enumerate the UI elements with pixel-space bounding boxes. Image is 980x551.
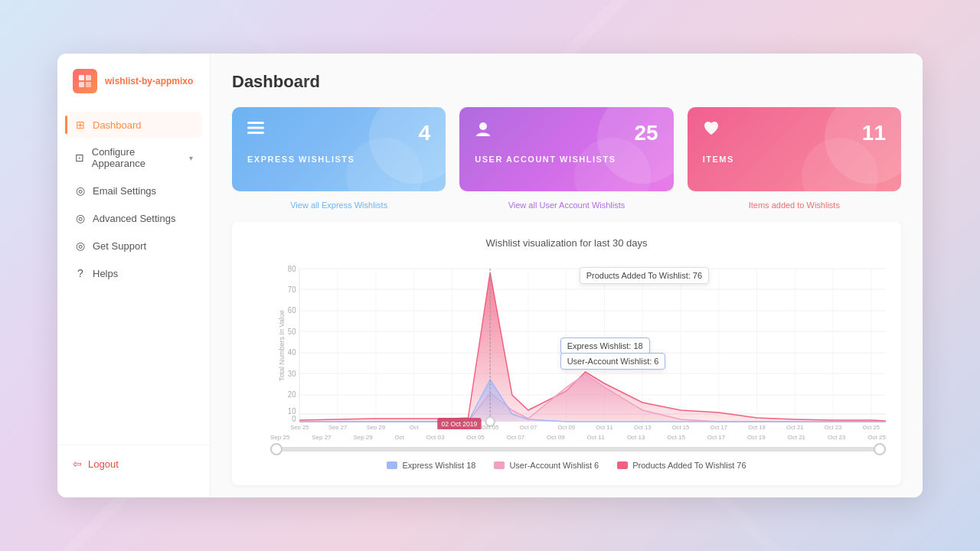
sidebar-item-email[interactable]: ◎ Email Settings (65, 178, 202, 204)
sidebar-item-support[interactable]: ◎ Get Support (65, 233, 202, 259)
configure-icon: ⊡ (74, 152, 86, 164)
logout-button[interactable]: ⇦ Logout (73, 458, 194, 470)
card-top-express: 4 (247, 121, 430, 145)
logout-label: Logout (88, 458, 119, 470)
svg-text:Oct 19: Oct 19 (748, 424, 766, 429)
main-content: Dashboard 4 EXPRESS WISHLISTS (211, 54, 923, 497)
user-label: USER ACCOUNT WISHLISTS (475, 155, 658, 164)
nav-label-email: Email Settings (93, 185, 156, 197)
chart-section: Wishlist visualization for last 30 days … (232, 222, 901, 485)
helps-icon: ? (74, 267, 87, 279)
scrollbar-handle-right[interactable] (874, 443, 886, 455)
legend-item-products: Products Added To Wishlist 76 (617, 461, 746, 470)
items-link[interactable]: Items added to Wishlists (688, 201, 901, 210)
nav-label-dashboard: Dashboard (93, 119, 142, 131)
svg-rect-2 (79, 82, 84, 87)
svg-rect-3 (86, 82, 91, 87)
legend-dot-products (617, 461, 628, 469)
heart-icon (703, 121, 720, 140)
stat-card-items[interactable]: 11 ITEMS (688, 107, 901, 191)
svg-rect-6 (247, 132, 264, 134)
stat-card-user[interactable]: 25 USER ACCOUNT WISHLISTS (459, 107, 673, 191)
app-container: wishlist-by-appmixo ⊞ Dashboard ⊡ Config… (57, 54, 923, 497)
card-links-row: View all Express Wishlists View all User… (232, 197, 901, 210)
items-label: ITEMS (703, 155, 886, 164)
advanced-icon: ◎ (74, 212, 87, 224)
svg-rect-0 (79, 75, 84, 80)
sidebar-item-configure[interactable]: ⊡ Configure Appearance ▾ (65, 139, 202, 176)
svg-rect-5 (247, 127, 264, 129)
legend-label-products: Products Added To Wishlist 76 (632, 461, 746, 470)
sidebar: wishlist-by-appmixo ⊞ Dashboard ⊡ Config… (57, 54, 211, 497)
svg-text:Oct 17: Oct 17 (710, 424, 727, 429)
chart-legend: Express Wishlist 18 User-Account Wishlis… (247, 461, 886, 470)
svg-text:Oct 07: Oct 07 (520, 424, 537, 429)
svg-text:0: 0 (292, 415, 296, 423)
logout-icon: ⇦ (73, 458, 82, 470)
email-icon: ◎ (74, 184, 87, 197)
chart-scrollbar-container (247, 447, 886, 452)
chevron-down-icon: ▾ (189, 154, 193, 162)
logo-area: wishlist-by-appmixo (57, 69, 210, 112)
svg-text:Sep 27: Sep 27 (328, 424, 347, 429)
svg-text:30: 30 (288, 370, 296, 378)
express-link[interactable]: View all Express Wishlists (232, 201, 446, 210)
svg-text:50: 50 (288, 328, 296, 336)
sidebar-navigation: ⊞ Dashboard ⊡ Configure Appearance ▾ ◎ E… (57, 112, 210, 445)
svg-text:60: 60 (288, 306, 296, 315)
svg-rect-4 (247, 122, 264, 124)
svg-text:Oct 09: Oct 09 (557, 424, 575, 429)
svg-text:Oct 13: Oct 13 (634, 424, 652, 429)
dashboard-icon: ⊞ (74, 119, 87, 131)
page-title: Dashboard (232, 72, 901, 92)
express-count: 4 (419, 121, 431, 145)
chart-title: Wishlist visualization for last 30 days (247, 237, 886, 249)
svg-text:Oct 21: Oct 21 (786, 424, 804, 429)
support-icon: ◎ (74, 240, 87, 252)
card-top-user: 25 (475, 121, 658, 145)
menu-icon (247, 121, 264, 139)
user-count: 25 (635, 121, 658, 145)
sidebar-item-helps[interactable]: ? Helps (65, 260, 202, 286)
sidebar-footer: ⇦ Logout (57, 445, 210, 482)
stat-card-express[interactable]: 4 EXPRESS WISHLISTS (232, 107, 446, 191)
logo-text: wishlist-by-appmixo (105, 76, 193, 86)
nav-label-support: Get Support (93, 240, 146, 252)
svg-text:40: 40 (288, 348, 296, 357)
svg-text:Oct 15: Oct 15 (672, 424, 690, 429)
svg-text:Sep 25: Sep 25 (290, 424, 309, 429)
items-count: 11 (862, 121, 886, 145)
svg-text:70: 70 (288, 285, 296, 294)
svg-text:Sep 29: Sep 29 (367, 424, 385, 429)
scrollbar-handle-left[interactable] (270, 443, 283, 455)
stats-row: 4 EXPRESS WISHLISTS 25 USER ACCOUNT WISH… (232, 107, 901, 191)
sidebar-item-advanced[interactable]: ◎ Advanced Settings (65, 205, 202, 231)
svg-text:Oct 05: Oct 05 (482, 424, 499, 429)
legend-item-user: User-Account Wishlist 6 (494, 461, 599, 470)
svg-rect-1 (86, 75, 91, 80)
user-icon (475, 121, 492, 142)
svg-text:02 Oct 2019: 02 Oct 2019 (442, 420, 478, 428)
svg-text:Oct: Oct (410, 424, 420, 429)
legend-dot-user (494, 461, 505, 469)
logo-icon (73, 69, 97, 93)
y-axis-label: Total Numbers In Value (278, 312, 286, 381)
sidebar-item-dashboard[interactable]: ⊞ Dashboard (65, 112, 202, 138)
legend-label-user: User-Account Wishlist 6 (509, 461, 599, 470)
svg-text:20: 20 (288, 390, 296, 399)
chart-svg: 80 70 60 50 40 30 20 10 0 (270, 261, 886, 429)
express-label: EXPRESS WISHLISTS (247, 155, 430, 164)
nav-label-helps: Helps (93, 268, 118, 279)
nav-label-advanced: Advanced Settings (93, 213, 175, 224)
chart-wrapper: Total Numbers In Value 80 70 (247, 261, 886, 470)
svg-text:80: 80 (288, 265, 296, 273)
chart-x-axis-secondary: Sep 25Sep 27Sep 29OctOct 03Oct 05Oct 07O… (247, 434, 886, 441)
svg-text:Oct 25: Oct 25 (863, 424, 880, 429)
legend-label-express: Express Wishlist 18 (402, 461, 475, 470)
svg-point-7 (479, 122, 487, 130)
svg-text:Oct 23: Oct 23 (825, 424, 842, 429)
nav-label-configure: Configure Appearance (92, 146, 183, 169)
legend-item-express: Express Wishlist 18 (387, 461, 475, 470)
chart-scrollbar[interactable] (270, 447, 886, 452)
user-link[interactable]: View all User Account Wishlists (459, 201, 673, 210)
